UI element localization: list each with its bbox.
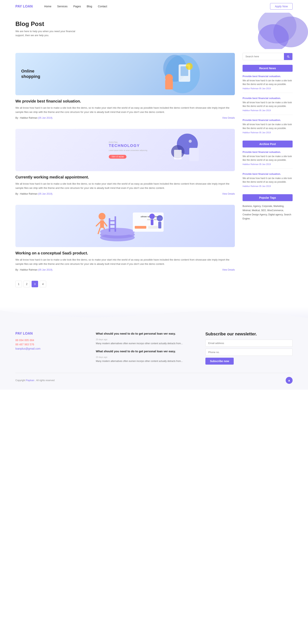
popular-tags-title: Popular Tags	[242, 194, 292, 201]
footer-news-title2: What should you need to do to get person…	[96, 349, 198, 353]
shop-mock: Onlineshopping	[16, 53, 235, 95]
post-card-1: Onlineshopping We provide best financial…	[16, 53, 235, 119]
view-details-3[interactable]: View Details	[222, 268, 235, 271]
svg-point-8	[189, 140, 192, 143]
pagination: 1 2 3 4	[16, 281, 235, 287]
search-icon	[287, 55, 290, 58]
svg-rect-25	[109, 228, 116, 229]
subscribe-button[interactable]: Subscribe now	[205, 358, 234, 364]
recent-news-body-2: We all know how hard it can be make a si…	[242, 101, 292, 108]
recent-news-title-3[interactable]: Provide best financial soluation.	[242, 119, 292, 122]
footer-col-brand: PAY LOAN 88 694 895 684 88 487 983 576 l…	[16, 332, 88, 367]
search-box	[242, 53, 292, 60]
recent-news-title-2[interactable]: Provide best financial soluation.	[242, 97, 292, 100]
svg-point-12	[99, 213, 106, 220]
logo-pay: PAY	[16, 4, 22, 8]
newsletter-title: Subscribe our newsletter.	[205, 332, 292, 336]
view-details-1[interactable]: View Details	[222, 116, 235, 119]
recent-news-meta-3: Habibur Rahman 05 Jan 2019	[242, 131, 292, 134]
archive-post-body-2: We all know how hard it can be make a si…	[242, 176, 292, 184]
try-it-now-btn[interactable]: TRY IT NOW	[109, 155, 126, 159]
back-to-top-button[interactable]: ▲	[286, 377, 292, 384]
search-button[interactable]	[284, 53, 292, 60]
svg-point-6	[186, 63, 193, 70]
page-btn-4[interactable]: 4	[40, 281, 46, 287]
recent-news-list: Provide best financial soluation. We all…	[242, 75, 292, 137]
archive-post-meta-1: Habibur Rahman 05 Jan 2019	[242, 163, 292, 165]
post-author-1: By : Habibur Rahman (05 Jan 2019).	[16, 116, 53, 119]
nav-services[interactable]: Services	[57, 5, 68, 8]
post-card-3: Organise your works easily with Base24. …	[16, 205, 235, 271]
nav-contact[interactable]: Contact	[98, 5, 107, 8]
tech-inner: DIGITAL TECHNOLOGY Lorem ipsum dolor sit…	[16, 129, 235, 171]
email-field[interactable]	[205, 340, 292, 347]
recent-news-item-2: Provide best financial soluation. We all…	[242, 97, 292, 115]
main-content: Onlineshopping We provide best financial…	[0, 49, 308, 299]
post-body-2: We all know how hard it can be to make a…	[16, 182, 235, 190]
copyright-link[interactable]: Payloan	[26, 379, 34, 382]
post-title-2: Currently working medical appointment.	[16, 175, 235, 180]
svg-rect-9	[189, 148, 199, 161]
sidebar: Recent News Provide best financial solua…	[242, 53, 292, 288]
footer-news-date2: 20 days ago	[96, 356, 198, 358]
posts-column: Onlineshopping We provide best financial…	[16, 53, 235, 288]
recent-news-meta-2: Habibur Rahman 05 Jan 2019	[242, 109, 292, 112]
blob3	[258, 24, 289, 49]
svg-rect-11	[174, 150, 182, 160]
recent-news-meta-1: Habibur Rahman 05 Jan 2019	[242, 87, 292, 90]
archive-post-title: Archive Post	[242, 140, 292, 148]
recent-news-body-3: We all know how hard it can be make a si…	[242, 123, 292, 130]
footer: PAY LOAN 88 694 895 684 88 487 983 576 l…	[0, 322, 308, 390]
page-btn-1[interactable]: 1	[16, 281, 22, 287]
phone-field[interactable]	[205, 349, 292, 356]
search-input[interactable]	[243, 53, 284, 60]
svg-rect-5	[165, 80, 173, 90]
logo[interactable]: PAY LOAN	[16, 4, 33, 8]
archive-post-title-2[interactable]: Provide best financial soluation.	[242, 172, 292, 175]
copyright: Copyright Payloan . All rights reserved	[16, 379, 55, 382]
nav-pages[interactable]: Pages	[73, 5, 81, 8]
svg-line-16	[98, 228, 100, 234]
footer-col-news: What should you need to do to get person…	[96, 332, 198, 367]
footer-email: loanplus@gmail.com	[16, 347, 88, 350]
svg-rect-13	[100, 220, 104, 228]
nav-blog[interactable]: Blog	[87, 5, 92, 8]
post-body-1: We all know how hard it can be to make a…	[16, 106, 235, 114]
svg-line-15	[104, 222, 107, 226]
hero-decoration	[242, 13, 308, 49]
post-image-1: Onlineshopping	[16, 53, 235, 95]
post-body-3: We all know how hard it can be to make a…	[16, 258, 235, 266]
post-author-3: By : Habibur Rahman (05 Jan 2019).	[16, 268, 53, 271]
post-image-2: DIGITAL TECHNOLOGY Lorem ipsum dolor sit…	[16, 129, 235, 171]
footer-news-date1: 20 days ago	[96, 338, 198, 340]
post-meta-3: By : Habibur Rahman (05 Jan 2019). View …	[16, 268, 235, 271]
footer-news-body2: Many modern alternatives often eumen inc…	[96, 360, 198, 363]
svg-point-33	[157, 215, 163, 221]
saas-mock: Organise your works easily with Base24.	[16, 205, 235, 247]
svg-line-14	[96, 222, 100, 226]
page-btn-2[interactable]: 2	[24, 281, 30, 287]
archive-post-meta-2: Habibur Rahman 05 Jan 2019	[242, 185, 292, 187]
svg-rect-29	[135, 226, 146, 229]
svg-rect-32	[151, 220, 153, 225]
archive-post-title-1[interactable]: Provide best financial soluation.	[242, 150, 292, 154]
navbar: PAY LOAN Home Services Pages Blog Contac…	[0, 0, 308, 13]
post-author-2: By : Habibur Rahman (05 Jan 2019).	[16, 192, 53, 195]
archive-post-item-2: Provide best financial soluation. We all…	[242, 172, 292, 190]
hero-subtitle: We are here to help you when you need yo…	[16, 30, 81, 38]
page-btn-3[interactable]: 3	[32, 281, 38, 287]
nav-home[interactable]: Home	[44, 5, 51, 8]
footer-logo: PAY LOAN	[16, 332, 88, 336]
svg-rect-30	[148, 226, 158, 229]
footer-col-newsletter: Subscribe our newsletter. Subscribe now	[205, 332, 292, 367]
logo-loan: LOAN	[22, 4, 33, 8]
saas-illustration: Organise your works easily with Base24.	[16, 205, 235, 247]
recent-news-title-1[interactable]: Provide best financial soluation.	[242, 75, 292, 78]
nav-links: Home Services Pages Blog Contact	[44, 5, 270, 8]
svg-rect-24	[109, 224, 116, 225]
footer-wave	[0, 306, 308, 322]
svg-point-20	[100, 228, 135, 236]
post-card-2: DIGITAL TECHNOLOGY Lorem ipsum dolor sit…	[16, 129, 235, 195]
view-details-2[interactable]: View Details	[222, 192, 235, 195]
apply-now-button[interactable]: Apply Now	[270, 3, 292, 10]
